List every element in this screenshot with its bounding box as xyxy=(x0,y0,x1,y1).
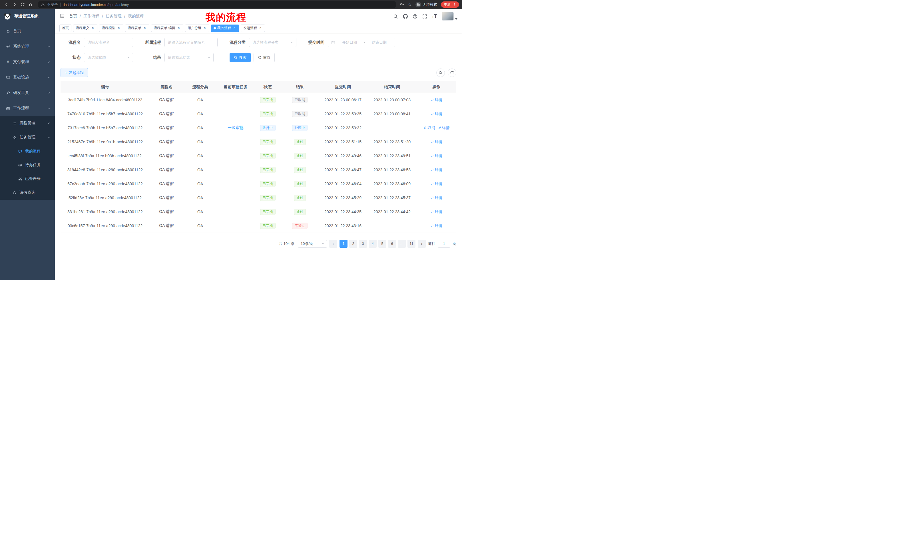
browser-forward-button[interactable] xyxy=(11,1,18,8)
submit-time-range-picker[interactable]: 开始日期 - 结束日期 xyxy=(328,38,395,47)
detail-action-link[interactable]: 详情 xyxy=(430,223,442,228)
detail-action-link[interactable]: 详情 xyxy=(430,97,442,102)
search-button[interactable]: 搜索 xyxy=(230,53,251,62)
pager-more-button[interactable]: ··· xyxy=(398,240,406,248)
page-button-4[interactable]: 4 xyxy=(369,240,376,248)
start-date-placeholder[interactable]: 开始日期 xyxy=(337,40,362,45)
search-icon[interactable] xyxy=(393,14,398,19)
status-select[interactable]: 请选择状态 xyxy=(84,53,133,62)
security-label[interactable]: 不安全 xyxy=(47,2,58,7)
bookmark-star-icon[interactable]: ☆ xyxy=(408,2,412,7)
close-icon[interactable]: × xyxy=(203,26,207,30)
detail-action-link[interactable]: 详情 xyxy=(438,125,450,130)
sidebar-item-我的流程[interactable]: 我的流程 xyxy=(0,144,55,158)
cell-status: 已完成 xyxy=(254,163,281,177)
browser-back-button[interactable] xyxy=(3,1,10,8)
category-select[interactable]: 请选择流程分类 xyxy=(249,38,296,47)
sidebar-item-流程管理[interactable]: 流程管理 xyxy=(0,116,55,130)
tab-发起流程[interactable]: 发起流程× xyxy=(241,24,265,32)
sidebar-item-支付管理[interactable]: ¥支付管理 xyxy=(0,54,55,70)
close-icon[interactable]: × xyxy=(258,26,262,30)
page-button-11[interactable]: 11 xyxy=(408,240,416,248)
result-tag: 通过 xyxy=(294,209,306,215)
sidebar-item-已办任务[interactable]: 已办任务 xyxy=(0,172,55,186)
close-icon[interactable]: × xyxy=(117,26,121,30)
detail-action-link[interactable]: 详情 xyxy=(430,111,442,117)
status-tag: 已完成 xyxy=(260,181,276,187)
sidebar-collapse-icon[interactable] xyxy=(59,13,65,19)
sidebar-item-首页[interactable]: 首页 xyxy=(0,23,55,39)
app-logo[interactable]: 芋道管理系统 xyxy=(0,9,55,23)
tab-首页[interactable]: 首页 xyxy=(59,24,71,32)
goto-page-input[interactable] xyxy=(438,240,450,248)
close-icon[interactable]: × xyxy=(91,26,95,30)
process-definition-input[interactable] xyxy=(165,38,218,47)
panda-logo-image xyxy=(3,12,11,20)
close-icon[interactable]: × xyxy=(143,26,147,30)
tab-我的流程[interactable]: 我的流程× xyxy=(211,24,239,32)
edit-icon xyxy=(430,168,434,172)
result-select[interactable]: 请选择流结果 xyxy=(165,53,214,62)
sidebar-item-系统管理[interactable]: 系统管理 xyxy=(0,39,55,54)
sidebar-item-基础设施[interactable]: 基础设施 xyxy=(0,70,55,85)
detail-action-link[interactable]: 详情 xyxy=(430,139,442,144)
tab-流程定义[interactable]: 流程定义× xyxy=(73,24,98,32)
close-icon[interactable]: × xyxy=(232,26,236,30)
process-name-input-field[interactable] xyxy=(87,40,130,45)
page-button-3[interactable]: 3 xyxy=(359,240,367,248)
sidebar-item-待办任务[interactable]: 待办任务 xyxy=(0,158,55,172)
tab-流程表单[interactable]: 流程表单× xyxy=(125,24,149,32)
tab-流程表单-编辑[interactable]: 流程表单-编辑× xyxy=(151,24,183,32)
browser-reload-button[interactable] xyxy=(19,1,26,8)
detail-action-link[interactable]: 详情 xyxy=(430,167,442,172)
breadcrumb-item-home[interactable]: 首页 xyxy=(69,14,77,19)
address-bar[interactable]: 不安全 dashboard.yudao.iocoder.cn/bpm/task/… xyxy=(38,1,396,8)
cell-status: 已完成 xyxy=(254,205,281,219)
page-button-5[interactable]: 5 xyxy=(378,240,386,248)
page-button-6[interactable]: 6 xyxy=(388,240,396,248)
detail-action-link[interactable]: 详情 xyxy=(430,209,442,214)
sidebar-item-请假查询[interactable]: 请假查询 xyxy=(0,186,55,200)
page-url[interactable]: dashboard.yudao.iocoder.cn/bpm/task/my xyxy=(63,2,129,7)
detail-action-link[interactable]: 详情 xyxy=(430,195,442,201)
detail-action-link[interactable]: 详情 xyxy=(430,153,442,159)
fullscreen-icon[interactable] xyxy=(422,14,427,19)
end-date-placeholder[interactable]: 结束日期 xyxy=(367,40,392,45)
sidebar-item-任务管理[interactable]: 任务管理 xyxy=(0,130,55,144)
password-key-icon[interactable] xyxy=(400,2,404,7)
prev-page-button[interactable]: ‹ xyxy=(329,240,337,248)
help-icon[interactable] xyxy=(412,14,417,19)
sidebar-item-label: 研发工具 xyxy=(13,90,29,95)
sidebar-item-研发工具[interactable]: 研发工具 xyxy=(0,85,55,100)
browser-update-button[interactable]: 更新 ⋮ xyxy=(441,1,459,8)
tab-用户分组[interactable]: 用户分组× xyxy=(185,24,209,32)
browser-home-button[interactable] xyxy=(27,1,34,8)
create-process-button[interactable]: +发起流程 xyxy=(60,68,88,77)
close-icon[interactable]: × xyxy=(177,26,181,30)
process-name-input[interactable] xyxy=(84,38,133,47)
page-size-select[interactable]: 10条/页 xyxy=(298,240,327,248)
font-size-icon[interactable]: TT xyxy=(432,14,437,18)
github-icon[interactable] xyxy=(403,14,408,19)
user-avatar[interactable] xyxy=(442,12,458,21)
eye-icon xyxy=(18,163,22,167)
cancel-action-link[interactable]: 取消 xyxy=(423,125,435,130)
toggle-search-button[interactable] xyxy=(436,69,445,77)
breadcrumb-item-task-management[interactable]: 任务管理 xyxy=(106,14,122,19)
browser-menu-icon[interactable]: ⋮ xyxy=(453,3,456,7)
incognito-badge: 无痕模式 xyxy=(416,2,437,7)
page-button-2[interactable]: 2 xyxy=(349,240,357,248)
sidebar-item-工作流程[interactable]: 工作流程 xyxy=(0,100,55,116)
tab-流程模型[interactable]: 流程模型× xyxy=(99,24,123,32)
refresh-table-button[interactable] xyxy=(448,69,456,77)
filter-result: 结果 请选择流结果 xyxy=(141,53,214,62)
current-task-link[interactable]: 一级审批 xyxy=(228,125,244,130)
reset-button[interactable]: 重置 xyxy=(254,53,274,62)
process-defin​ition-input-field[interactable] xyxy=(168,40,214,45)
next-page-button[interactable]: › xyxy=(418,240,426,248)
status-tag: 已完成 xyxy=(260,223,276,229)
page-button-1[interactable]: 1 xyxy=(339,240,348,248)
detail-action-link[interactable]: 详情 xyxy=(430,181,442,186)
table-row: 7470a810-7b9b-11ec-b5b7-acde48001122OA 请… xyxy=(60,107,456,121)
breadcrumb-item-workflow[interactable]: 工作流程 xyxy=(83,14,99,19)
